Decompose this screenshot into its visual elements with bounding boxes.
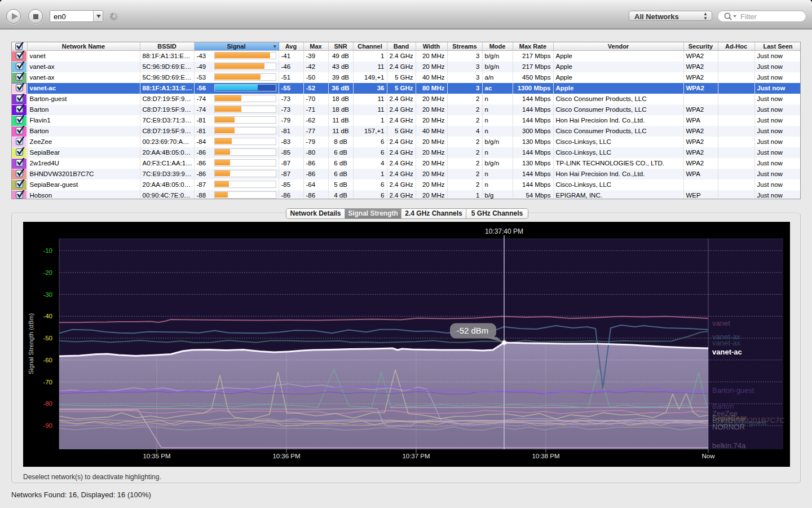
svg-text:NORNOR: NORNOR xyxy=(712,423,745,431)
svg-text:Now: Now xyxy=(701,453,715,459)
svg-text:-50: -50 xyxy=(43,335,52,341)
svg-text:-30: -30 xyxy=(43,291,52,298)
svg-text:belkin.74a: belkin.74a xyxy=(712,441,746,450)
svg-text:vanet: vanet xyxy=(712,319,730,327)
svg-text:10:37 PM: 10:37 PM xyxy=(402,453,430,459)
svg-text:-20: -20 xyxy=(43,269,52,276)
svg-text:-70: -70 xyxy=(43,379,52,386)
svg-text:-60: -60 xyxy=(43,357,52,364)
svg-text:vanet-ax: vanet-ax xyxy=(712,339,740,347)
svg-text:10:38 PM: 10:38 PM xyxy=(532,453,559,459)
svg-text:-40: -40 xyxy=(43,313,52,319)
svg-text:-10: -10 xyxy=(43,247,52,254)
svg-text:vanet-ac: vanet-ac xyxy=(712,348,742,356)
svg-text:Signal Strength (dBm): Signal Strength (dBm) xyxy=(28,313,34,374)
svg-text:-52 dBm: -52 dBm xyxy=(457,326,489,335)
svg-text:10:37:40 PM: 10:37:40 PM xyxy=(485,227,523,235)
svg-text:10:35 PM: 10:35 PM xyxy=(143,453,170,459)
svg-text:Barton-guest: Barton-guest xyxy=(712,386,754,395)
svg-text:-90: -90 xyxy=(43,422,52,429)
svg-text:-80: -80 xyxy=(43,400,52,407)
svg-text:10:36 PM: 10:36 PM xyxy=(272,453,300,459)
